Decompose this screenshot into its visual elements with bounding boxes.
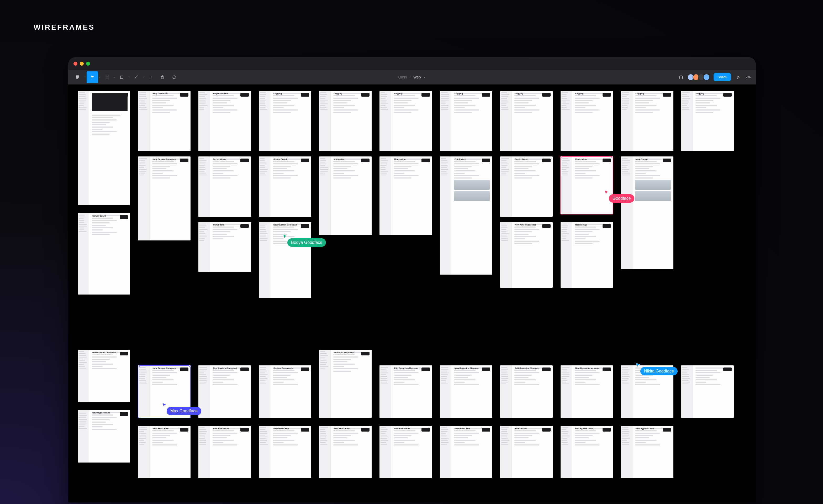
window-close-button[interactable]	[73, 62, 77, 65]
window-titlebar	[68, 57, 756, 70]
frame-title: Server Guard	[515, 158, 528, 160]
wireframe-frame[interactable]: Logging	[500, 91, 553, 151]
wireframe-frame[interactable]: New Recurring Message	[440, 365, 492, 418]
wireframe-frame[interactable]: Moderation	[560, 156, 613, 214]
wireframe-frame[interactable]: New React Role	[440, 426, 492, 478]
wireframe-frame[interactable]: New React Role	[379, 426, 432, 478]
wireframe-frame[interactable]: New React Role	[198, 426, 251, 478]
wireframe-frame[interactable]: Moderation	[319, 156, 372, 235]
chevron-down-icon[interactable]	[142, 76, 145, 78]
wireframe-frame[interactable]: Logging	[681, 91, 734, 151]
document-title[interactable]: Omni / Web	[398, 75, 426, 79]
wireframe-frame[interactable]: Logging	[319, 91, 372, 151]
svg-rect-1	[77, 75, 79, 76]
wireframe-frame[interactable]: New Custom Command	[138, 156, 190, 240]
frame-title: New React Role	[153, 428, 168, 430]
wireframe-frame[interactable]: New Bypass Rule	[78, 410, 130, 463]
wireframe-frame[interactable]: Edit Recurring Message	[500, 365, 553, 418]
headphones-icon	[679, 75, 683, 79]
frame-title: React Roles	[515, 428, 527, 430]
play-icon	[736, 75, 740, 79]
text-tool-button[interactable]	[145, 71, 157, 83]
wireframe-frame[interactable]: New Bypass Code	[621, 426, 673, 478]
move-tool-button[interactable]	[87, 71, 98, 83]
wireframe-frame[interactable]: Logging	[560, 91, 613, 151]
hand-tool-button[interactable]	[157, 71, 168, 83]
wireframe-frame[interactable]: Custom Commands	[259, 365, 311, 418]
wireframe-frame[interactable]: New React Role	[138, 426, 190, 478]
design-app-window: Omni / Web Share 2% Subs	[68, 57, 756, 502]
pen-tool-button[interactable]	[131, 71, 142, 83]
wireframe-frame[interactable]: Logging	[259, 91, 311, 151]
frame-title: New Custom Command	[213, 367, 237, 369]
wireframe-frame[interactable]	[681, 365, 734, 418]
wireframe-frame[interactable]: New Auto Responder	[500, 222, 553, 288]
design-canvas[interactable]: SubscriptionHelp CommandHelp CommandLogg…	[68, 85, 756, 502]
avatar[interactable]	[703, 74, 710, 80]
wireframe-frame[interactable]: Server Guard	[78, 213, 130, 295]
chevron-down-icon[interactable]	[128, 76, 131, 78]
wireframe-frame[interactable]: Server Guard	[259, 156, 311, 217]
wireframe-frame[interactable]: Logging	[621, 91, 673, 151]
share-button[interactable]: Share	[713, 73, 731, 81]
shape-tool-button[interactable]	[116, 71, 128, 83]
frame-title: New React Role	[455, 428, 470, 430]
wireframe-frame[interactable]: Help Command	[198, 91, 251, 151]
frame-title: Recordings	[575, 224, 587, 226]
wireframe-frame[interactable]: Logging	[379, 91, 432, 151]
wireframe-frame[interactable]: Subscription	[78, 91, 130, 205]
wireframe-frame[interactable]: Recordings	[560, 222, 613, 288]
frame-title: New Embed	[636, 158, 647, 160]
frame-title: New Bypass Rule	[93, 411, 110, 414]
wireframe-frame[interactable]: Server Guard	[500, 156, 553, 217]
frame-tool-button[interactable]	[101, 71, 113, 83]
audio-chat-button[interactable]	[677, 73, 685, 81]
chevron-down-icon[interactable]	[84, 76, 87, 78]
main-menu-button[interactable]	[72, 71, 84, 83]
wireframe-frame[interactable]: Edit Embed	[440, 156, 492, 275]
wireframe-frame[interactable]: New React Role	[259, 426, 311, 478]
present-button[interactable]	[734, 73, 742, 81]
cursor-icon	[90, 75, 95, 79]
frame-title: Logging	[636, 93, 644, 95]
wireframe-frame[interactable]: New Embed	[621, 156, 673, 269]
wireframe-frame[interactable]: New Custom Command	[198, 365, 251, 418]
wireframe-frame[interactable]: New Custom Command	[259, 222, 311, 298]
window-minimize-button[interactable]	[80, 62, 84, 65]
frame-title: Logging	[274, 93, 282, 95]
project-name: Omni	[398, 75, 407, 79]
wireframe-frame[interactable]: Server Guard	[198, 156, 251, 217]
frame-title: New Bypass Code	[636, 428, 654, 430]
wireframe-frame[interactable]: New Recurring Message	[560, 365, 613, 418]
wireframe-frame[interactable]: Edit Bypass Code	[560, 426, 613, 478]
rectangle-icon	[120, 75, 124, 79]
wireframe-frame[interactable]: Help Command	[138, 91, 190, 151]
frame-title: New Custom Command	[153, 158, 176, 160]
chevron-down-icon[interactable]	[113, 76, 116, 78]
frame-title: Custom Commands	[274, 367, 293, 369]
comment-icon	[172, 75, 177, 79]
frame-title: Logging	[696, 93, 704, 95]
wireframe-frame[interactable]: New Custom Command	[78, 350, 130, 402]
frame-title: New React Role	[274, 428, 289, 430]
zoom-level[interactable]: 2%	[746, 75, 752, 79]
wireframe-frame[interactable]: Logging	[440, 91, 492, 151]
frame-title: Help Command	[153, 93, 168, 95]
wireframe-frame[interactable]: Edit Recurring Message	[379, 365, 432, 418]
breadcrumb-separator: /	[409, 75, 411, 79]
wireframe-frame[interactable]: Edit Auto Responder	[319, 350, 372, 418]
frame-title: Logging	[575, 93, 584, 95]
wireframe-frame[interactable]: React Roles	[500, 426, 553, 478]
wireframe-frame[interactable]: New React Role	[319, 426, 372, 478]
wireframe-frame[interactable]	[621, 365, 673, 418]
chevron-down-icon[interactable]	[98, 76, 101, 78]
wireframe-frame[interactable]: Moderation	[379, 156, 432, 235]
frame-title: Edit Recurring Message	[394, 367, 418, 369]
wireframe-frame[interactable]: New Custom Command	[138, 365, 190, 418]
frame-title: New Custom Command	[274, 224, 297, 226]
comment-tool-button[interactable]	[168, 71, 180, 83]
wireframe-frame[interactable]: Reminders	[198, 222, 251, 272]
collaborator-avatars[interactable]	[689, 74, 710, 80]
frame-title: New React Role	[213, 428, 229, 430]
window-maximize-button[interactable]	[86, 62, 90, 65]
